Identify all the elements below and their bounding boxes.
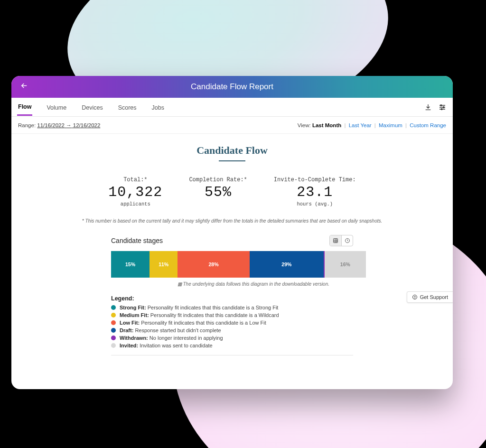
seg-medium-fit: 11% (150, 251, 178, 278)
dot-icon (111, 320, 116, 325)
stat-total-sub: applicants (108, 201, 162, 207)
divider (111, 355, 353, 355)
stat-invite-label: Invite-to-Complete Time: (274, 177, 356, 183)
page-header-title: Candidate Flow Report (191, 82, 273, 92)
view-active[interactable]: Last Month (312, 122, 341, 128)
view-custom-range[interactable]: Custom Range (410, 122, 446, 128)
tab-volume[interactable]: Volume (46, 99, 67, 115)
filter-button[interactable] (439, 103, 446, 111)
table-icon: ▦ (178, 281, 182, 287)
stat-invite: Invite-to-Complete Time: 23.1 hours (avg… (274, 177, 356, 207)
range-arrow: → (66, 122, 72, 128)
seg-draft: 29% (250, 251, 324, 278)
arrow-left-icon (20, 82, 28, 90)
content: Candidate Flow Total:* 10,322 applicants… (11, 134, 453, 365)
svg-point-0 (440, 104, 442, 106)
candidate-stages-bar: 15% 11% 28% 29% 16% (111, 251, 367, 278)
dot-icon (111, 328, 116, 333)
legend-item-invited: Invited: Invitation was sent to candidat… (111, 343, 353, 348)
page-title: Candidate Flow (30, 144, 434, 157)
stages-title: Candidate stages (111, 237, 163, 244)
view-toggle-table[interactable] (330, 235, 341, 246)
stat-total: Total:* 10,322 applicants (108, 177, 162, 207)
title-underline (219, 160, 245, 161)
tab-flow[interactable]: Flow (17, 98, 32, 116)
view-label: View: (298, 122, 311, 128)
legend-title: Legend: (111, 295, 353, 302)
range-label: Range: (18, 122, 36, 128)
tab-scores[interactable]: Scores (117, 99, 138, 115)
view-last-year[interactable]: Last Year (349, 122, 372, 128)
download-icon (424, 103, 432, 111)
get-support-button[interactable]: Get Support (407, 291, 453, 303)
range-from: 11/16/2022 (37, 122, 65, 128)
seg-strong-fit: 15% (111, 251, 150, 278)
stats-row: Total:* 10,322 applicants Completion Rat… (30, 177, 434, 207)
tabbar: Flow Volume Devices Scores Jobs (11, 98, 453, 117)
stat-invite-sub: hours (avg.) (274, 201, 356, 207)
clock-icon (345, 238, 350, 243)
stat-completion-label: Completion Rate:* (189, 177, 247, 183)
stat-completion-value: 55% (189, 184, 247, 200)
legend-item-strong-fit: Strong Fit: Personality fit indicates th… (111, 305, 353, 310)
date-range[interactable]: Range: 11/16/2022 → 12/16/2022 (18, 122, 100, 128)
svg-rect-3 (334, 239, 338, 243)
get-support-label: Get Support (420, 294, 448, 300)
view-options: View: Last Month | Last Year | Maximum |… (298, 122, 446, 128)
view-toggle-chart[interactable] (341, 235, 353, 246)
app-window: Candidate Flow Report Flow Volume Device… (11, 76, 453, 389)
tab-devices[interactable]: Devices (81, 99, 103, 115)
legend: Legend: Strong Fit: Personality fit indi… (111, 295, 353, 348)
download-button[interactable] (424, 103, 432, 111)
stat-invite-value: 23.1 (274, 184, 356, 200)
legend-item-medium-fit: Medium Fit: Personality fit indicates th… (111, 312, 353, 318)
range-to: 12/16/2022 (73, 122, 101, 128)
legend-item-withdrawn: Withdrawn: No longer interested in apply… (111, 335, 353, 341)
seg-invited: 16% (325, 251, 365, 278)
svg-point-1 (443, 106, 444, 108)
app-header: Candidate Flow Report (11, 76, 453, 98)
sliders-icon (439, 103, 446, 111)
grid-icon (333, 238, 338, 243)
svg-point-2 (441, 108, 442, 110)
stat-completion: Completion Rate:* 55% (189, 177, 247, 207)
back-button[interactable] (17, 80, 31, 94)
legend-item-low-fit: Low Fit: Personality fit indicates that … (111, 320, 353, 326)
support-icon (412, 294, 418, 300)
stat-total-value: 10,322 (108, 184, 162, 200)
dot-icon (111, 313, 116, 317)
legend-item-draft: Draft: Response started but didn't compl… (111, 327, 353, 333)
dot-icon (111, 336, 116, 340)
view-toggle (329, 235, 353, 246)
filter-bar: Range: 11/16/2022 → 12/16/2022 View: Las… (11, 117, 453, 134)
bar-note: ▦ The underlying data follows this diagr… (30, 281, 434, 287)
stat-total-label: Total:* (108, 177, 162, 183)
seg-low-fit: 28% (178, 251, 249, 278)
dot-icon (111, 343, 116, 348)
dot-icon (111, 305, 116, 310)
tab-jobs[interactable]: Jobs (151, 99, 165, 115)
view-maximum[interactable]: Maximum (379, 122, 402, 128)
svg-point-5 (412, 295, 417, 299)
footnote: * This number is based on the current ta… (30, 218, 434, 224)
